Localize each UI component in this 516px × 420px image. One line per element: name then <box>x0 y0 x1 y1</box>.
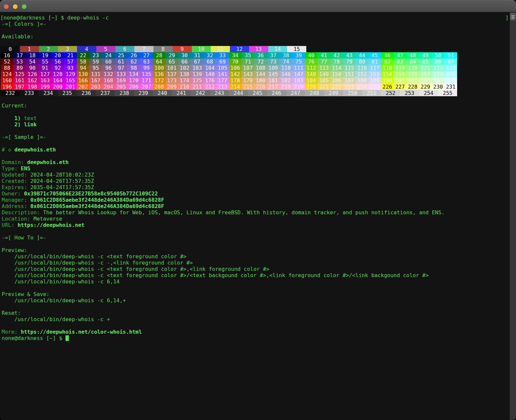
scrollbar-track[interactable] <box>509 12 516 420</box>
subheader: Available: <box>2 33 33 40</box>
palette-cell: 165 <box>64 77 77 84</box>
terminal-text: 2035-04-24T17:57:35Z <box>30 184 94 190</box>
zoom-button[interactable] <box>22 4 26 9</box>
palette-cell: 158 <box>432 71 444 77</box>
palette-cell: 34 <box>229 52 241 59</box>
terminal-line <box>0 241 509 247</box>
minimize-button[interactable] <box>13 4 18 9</box>
palette-cell: 94 <box>77 65 89 71</box>
palette-cell: 230 <box>432 84 444 90</box>
palette-cell: 251 <box>362 90 381 96</box>
palette-cell: 207 <box>140 84 153 90</box>
palette-cell: 145 <box>267 71 280 77</box>
palette-cell: 253 <box>400 90 419 96</box>
palette-cell: 178 <box>229 77 241 84</box>
palette-cell: 199 <box>39 84 51 90</box>
palette-cell: 106 <box>229 65 241 71</box>
palette-cell: 32 <box>203 52 216 59</box>
palette-cell: 155 <box>394 71 406 77</box>
terminal-line: -=[ How To ]=- <box>0 234 509 241</box>
palette-cell: 83 <box>394 59 406 65</box>
palette-cell: 8 <box>153 46 173 52</box>
palette-cell: 188 <box>356 77 368 84</box>
url-link[interactable]: https://deepwhois.net <box>18 222 84 228</box>
terminal-text: /usr/local/bin/deep-whois -c -,<link for… <box>2 260 193 266</box>
palette-cell: 76 <box>305 59 318 65</box>
palette-cell: 41 <box>318 52 330 59</box>
scrollbar-marker-icon[interactable] <box>510 13 515 20</box>
terminal-text: 2) <box>15 121 21 128</box>
terminal-text: Metaverse <box>33 216 62 222</box>
palette-cell: 215 <box>241 84 254 90</box>
palette-cell: 95 <box>89 65 102 71</box>
palette-row: 2322332342352362372382392402412422432442… <box>0 90 509 96</box>
palette-cell: 239 <box>134 90 153 96</box>
palette-cell: 45 <box>368 52 381 59</box>
terminal-line: /usr/local/bin/deep-whois -c 6,14,+ <box>0 297 509 304</box>
palette-cell: 85 <box>419 59 432 65</box>
palette-cell: 93 <box>64 65 77 71</box>
palette-cell: 209 <box>165 84 178 90</box>
palette-cell: 143 <box>241 71 254 77</box>
sample-domain: deepwhois.eth <box>15 147 56 153</box>
palette-cell: 141 <box>216 71 229 77</box>
palette-cell: 40 <box>305 52 318 59</box>
palette-cell: 128 <box>51 71 64 77</box>
palette-cell: 120 <box>407 65 419 71</box>
palette-cell: 147 <box>292 71 305 77</box>
palette-cell: 3 <box>58 46 77 52</box>
terminal-line: Address: 0x061C2D865aebe3f2448de246A384D… <box>0 203 509 209</box>
current-text-setting: text <box>24 115 37 121</box>
palette-cell: 161 <box>13 77 26 84</box>
terminal-text: Type: <box>2 165 21 172</box>
current-link-setting: link <box>24 121 37 128</box>
palette-cell: 123 <box>444 65 457 71</box>
close-button[interactable] <box>4 4 9 9</box>
palette-cell: 222 <box>330 84 343 90</box>
palette-cell: 243 <box>210 90 229 96</box>
terminal-text <box>21 121 24 128</box>
palette-cell: 250 <box>343 90 362 96</box>
palette-cell: 39 <box>292 52 305 59</box>
palette-cell: 54 <box>26 59 39 65</box>
shell-prompt: none@darkness [~] $ <box>4 15 67 21</box>
palette-cell: 137 <box>165 71 178 77</box>
terminal-line: Location: Metaverse <box>0 216 509 222</box>
palette-cell: 248 <box>305 90 324 96</box>
palette-cell: 153 <box>368 71 381 77</box>
terminal-line <box>0 40 509 46</box>
palette-cell: 82 <box>381 59 394 65</box>
palette-cell: 92 <box>51 65 64 71</box>
terminal-line <box>0 96 509 103</box>
palette-cell: 11 <box>211 46 230 52</box>
palette-cell: 13 <box>249 46 268 52</box>
palette-cell: 185 <box>318 77 330 84</box>
terminal-text: 1) <box>15 115 21 121</box>
palette-cell: 204 <box>102 84 115 90</box>
diamond-icon: # ◇ <box>2 147 15 153</box>
terminal-line: /usr/local/bin/deep-whois -c <text foreg… <box>0 266 509 272</box>
palette-cell: 255 <box>438 90 457 96</box>
window-titlebar[interactable] <box>0 0 516 12</box>
url-link[interactable]: https://deepwhois.net/color-whois.html <box>21 329 142 335</box>
palette-cell: 73 <box>267 59 280 65</box>
palette-cell: 162 <box>26 77 39 84</box>
palette-cell: 23 <box>89 52 102 59</box>
palette-cell: 65 <box>165 59 178 65</box>
terminal-output: [none@darkness [~] $ deep-whois -c]-=[ C… <box>0 12 509 420</box>
palette-cell: 37 <box>267 52 280 59</box>
palette-cell: 217 <box>267 84 280 90</box>
terminal-line: URL: https://deepwhois.net <box>0 222 509 228</box>
palette-cell: 146 <box>280 71 292 77</box>
palette-cell: 124 <box>1 71 13 77</box>
palette-cell: 127 <box>39 71 51 77</box>
palette-cell: 236 <box>77 90 96 96</box>
palette-cell: 175 <box>191 77 203 84</box>
palette-cell: 190 <box>381 77 394 84</box>
palette-cell: 172 <box>153 77 165 84</box>
palette-cell: 249 <box>324 90 343 96</box>
palette-row: 1601611621631641651661671681691701711721… <box>0 77 509 84</box>
palette-cell: 164 <box>51 77 64 84</box>
palette-cell: 44 <box>356 52 368 59</box>
palette-cell: 157 <box>419 71 432 77</box>
